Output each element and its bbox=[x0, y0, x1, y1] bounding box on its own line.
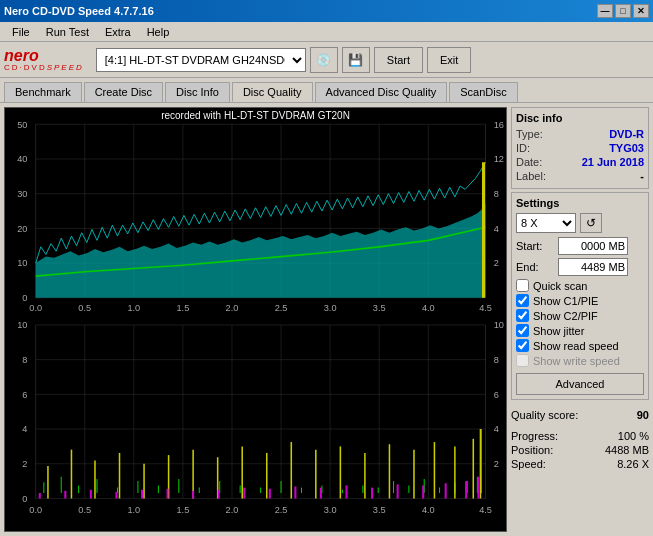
settings-title: Settings bbox=[516, 197, 644, 209]
settings-section: Settings 8 X Maximum 1 X 2 X 4 X 6 X 12 … bbox=[511, 192, 649, 400]
svg-text:0.0: 0.0 bbox=[29, 503, 42, 514]
svg-text:0.0: 0.0 bbox=[29, 302, 42, 313]
svg-text:6: 6 bbox=[494, 388, 499, 399]
end-input[interactable] bbox=[558, 258, 628, 276]
tab-disc-quality[interactable]: Disc Quality bbox=[232, 82, 313, 102]
disc-date-value: 21 Jun 2018 bbox=[582, 156, 644, 168]
advanced-button[interactable]: Advanced bbox=[516, 373, 644, 395]
show-jitter-checkbox[interactable] bbox=[516, 324, 529, 337]
svg-text:1.5: 1.5 bbox=[177, 503, 190, 514]
svg-text:2.0: 2.0 bbox=[226, 503, 239, 514]
right-panel: Disc info Type: DVD-R ID: TYG03 Date: 21… bbox=[511, 103, 653, 536]
drive-selector[interactable]: [4:1] HL-DT-ST DVDRAM GH24NSD0 LH00 bbox=[96, 48, 306, 72]
show-read-speed-checkbox[interactable] bbox=[516, 339, 529, 352]
position-label: Position: bbox=[511, 444, 553, 456]
title-bar-controls[interactable]: — □ ✕ bbox=[597, 4, 649, 18]
minimize-button[interactable]: — bbox=[597, 4, 613, 18]
menu-file[interactable]: File bbox=[4, 24, 38, 40]
svg-text:2.0: 2.0 bbox=[226, 302, 239, 313]
svg-text:2: 2 bbox=[494, 458, 499, 469]
menu-run-test[interactable]: Run Test bbox=[38, 24, 97, 40]
svg-text:0: 0 bbox=[22, 292, 27, 303]
start-button[interactable]: Start bbox=[374, 47, 423, 73]
svg-text:10: 10 bbox=[17, 319, 27, 330]
progress-row: Progress: 100 % bbox=[511, 430, 649, 442]
maximize-button[interactable]: □ bbox=[615, 4, 631, 18]
speed-row-2: Speed: 8.26 X bbox=[511, 458, 649, 470]
quality-score-row: Quality score: 90 bbox=[511, 409, 649, 421]
close-button[interactable]: ✕ bbox=[633, 4, 649, 18]
show-c2-pif-checkbox[interactable] bbox=[516, 309, 529, 322]
disc-info-title: Disc info bbox=[516, 112, 644, 124]
speed-select[interactable]: 8 X Maximum 1 X 2 X 4 X 6 X 12 X 16 X bbox=[516, 213, 576, 233]
start-input[interactable] bbox=[558, 237, 628, 255]
svg-rect-131 bbox=[218, 490, 220, 499]
show-write-speed-row: Show write speed bbox=[516, 354, 644, 367]
show-c1-pie-checkbox[interactable] bbox=[516, 294, 529, 307]
svg-rect-136 bbox=[345, 485, 347, 498]
chart-container: recorded with HL-DT-ST DVDRAM GT20N bbox=[4, 107, 507, 532]
menu-help[interactable]: Help bbox=[139, 24, 178, 40]
svg-text:12: 12 bbox=[494, 153, 504, 164]
save-button[interactable]: 💾 bbox=[342, 47, 370, 73]
disc-id-row: ID: TYG03 bbox=[516, 142, 644, 154]
svg-text:2: 2 bbox=[494, 257, 499, 268]
chart-title: recorded with HL-DT-ST DVDRAM GT20N bbox=[5, 110, 506, 121]
show-jitter-label: Show jitter bbox=[533, 325, 584, 337]
svg-rect-135 bbox=[320, 488, 322, 499]
svg-text:0: 0 bbox=[22, 492, 27, 503]
svg-text:3.5: 3.5 bbox=[373, 302, 386, 313]
svg-rect-142 bbox=[477, 477, 479, 499]
svg-rect-126 bbox=[90, 490, 92, 499]
svg-text:4: 4 bbox=[22, 423, 27, 434]
menu-extra[interactable]: Extra bbox=[97, 24, 139, 40]
show-c2-pif-label: Show C2/PIF bbox=[533, 310, 598, 322]
start-label: Start: bbox=[516, 240, 554, 252]
svg-text:3.5: 3.5 bbox=[373, 503, 386, 514]
tab-create-disc[interactable]: Create Disc bbox=[84, 82, 163, 102]
quality-score-value: 90 bbox=[637, 409, 649, 421]
svg-text:30: 30 bbox=[17, 188, 27, 199]
svg-text:8: 8 bbox=[494, 354, 499, 365]
disc-id-label: ID: bbox=[516, 142, 530, 154]
tab-advanced-disc-quality[interactable]: Advanced Disc Quality bbox=[315, 82, 448, 102]
svg-text:4.0: 4.0 bbox=[422, 302, 435, 313]
show-c1-pie-label: Show C1/PIE bbox=[533, 295, 598, 307]
disc-icon-button[interactable]: 💿 bbox=[310, 47, 338, 73]
exit-button[interactable]: Exit bbox=[427, 47, 471, 73]
title-bar: Nero CD-DVD Speed 4.7.7.16 — □ ✕ bbox=[0, 0, 653, 22]
main-content: recorded with HL-DT-ST DVDRAM GT20N bbox=[0, 103, 653, 536]
quality-score-label: Quality score: bbox=[511, 409, 578, 421]
end-label: End: bbox=[516, 261, 554, 273]
end-row: End: bbox=[516, 258, 644, 276]
progress-section: Progress: 100 % Position: 4488 MB Speed:… bbox=[511, 430, 649, 472]
svg-rect-141 bbox=[465, 481, 467, 498]
svg-text:2.5: 2.5 bbox=[275, 302, 288, 313]
progress-label: Progress: bbox=[511, 430, 558, 442]
nero-logo-text: nero bbox=[4, 48, 39, 64]
svg-text:10: 10 bbox=[494, 319, 504, 330]
tab-scan-disc[interactable]: ScanDisc bbox=[449, 82, 517, 102]
svg-rect-138 bbox=[397, 484, 399, 498]
disc-type-value: DVD-R bbox=[609, 128, 644, 140]
svg-text:1.0: 1.0 bbox=[127, 302, 140, 313]
svg-rect-137 bbox=[371, 488, 373, 499]
svg-text:4: 4 bbox=[494, 423, 499, 434]
show-read-speed-row: Show read speed bbox=[516, 339, 644, 352]
svg-text:4.0: 4.0 bbox=[422, 503, 435, 514]
show-write-speed-checkbox bbox=[516, 354, 529, 367]
speed-refresh-button[interactable]: ↺ bbox=[580, 213, 602, 233]
tab-benchmark[interactable]: Benchmark bbox=[4, 82, 82, 102]
svg-text:4.5: 4.5 bbox=[479, 302, 492, 313]
toolbar: nero CD·DVDSPEED [4:1] HL-DT-ST DVDRAM G… bbox=[0, 42, 653, 78]
disc-type-label: Type: bbox=[516, 128, 543, 140]
tab-disc-info[interactable]: Disc Info bbox=[165, 82, 230, 102]
quick-scan-checkbox[interactable] bbox=[516, 279, 529, 292]
progress-value: 100 % bbox=[618, 430, 649, 442]
disc-id-value: TYG03 bbox=[609, 142, 644, 154]
title-bar-left: Nero CD-DVD Speed 4.7.7.16 bbox=[4, 5, 154, 17]
svg-text:2: 2 bbox=[22, 458, 27, 469]
svg-rect-40 bbox=[36, 325, 486, 499]
quick-scan-label: Quick scan bbox=[533, 280, 587, 292]
disc-type-row: Type: DVD-R bbox=[516, 128, 644, 140]
